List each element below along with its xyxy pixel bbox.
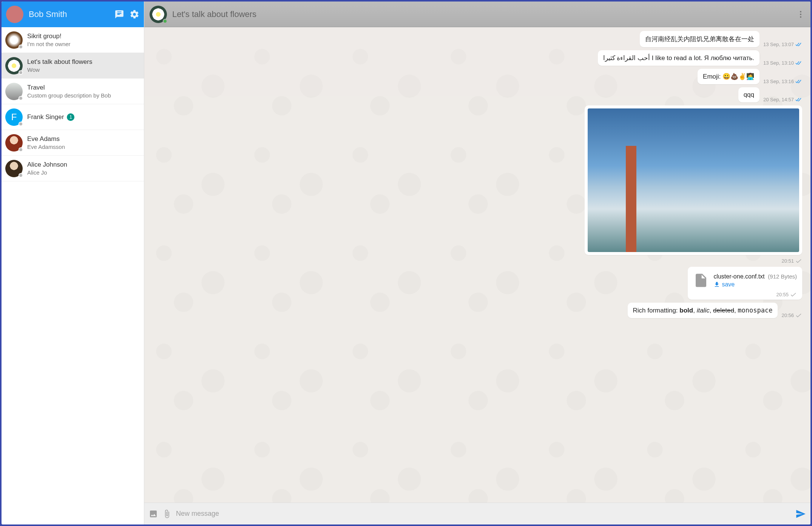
unread-badge: 1 — [67, 113, 74, 121]
message-bubble[interactable]: Emoji: 😀💩✌️👩‍💻 — [698, 69, 760, 84]
chat-item[interactable]: Eve AdamsEve Adamsson — [2, 130, 144, 156]
main-panel: Let's talk about flowers 自河南经乱关内阻饥兄弟离散各在… — [144, 2, 810, 524]
self-name[interactable]: Bob Smith — [29, 9, 109, 19]
message-photo[interactable] — [588, 108, 799, 252]
message-row: Rich formatting: bold, italic, deleted, … — [153, 303, 802, 318]
chat-item[interactable]: Sikrit group!I'm not the owner — [2, 27, 144, 53]
message-text: 自河南经乱关内阻饥兄弟离散各在一处 — [645, 36, 754, 43]
message-row: cluster-one.conf.txt (912 Bytes)save20:5… — [153, 267, 802, 300]
svg-point-2 — [800, 16, 801, 18]
message-time: 20:51 — [781, 258, 794, 264]
sidebar-header: Bob Smith — [2, 2, 144, 27]
chat-subtitle: Custom group description by Bob — [27, 92, 140, 99]
send-button[interactable] — [795, 509, 806, 519]
chat-item[interactable]: Let's talk about flowersWow — [2, 53, 144, 79]
self-avatar[interactable] — [6, 6, 23, 23]
message-bubble[interactable]: أحب القراءة كثيرا I like to read a lot. … — [598, 50, 760, 66]
read-receipt-icon — [795, 60, 802, 66]
chat-subtitle: I'm not the owner — [27, 41, 140, 47]
chat-avatar — [5, 57, 23, 74]
message-meta: 20:56 — [781, 313, 802, 318]
chat-title: Alice Johnson — [27, 161, 67, 169]
sidebar: Bob Smith Sikrit group!I'm not the owner… — [2, 2, 144, 524]
sent-receipt-icon — [790, 292, 797, 297]
file-icon — [693, 271, 709, 290]
more-menu-icon[interactable] — [796, 10, 805, 19]
message-meta: 13 Sep, 13:10 — [763, 60, 802, 66]
read-receipt-icon — [795, 79, 802, 84]
message-meta: 20:51 — [781, 258, 802, 264]
message-row: qqq20 Sep, 14:57 — [153, 87, 802, 102]
conversation-avatar[interactable] — [150, 6, 167, 23]
chat-subtitle: Eve Adamsson — [27, 144, 140, 150]
message-time: 20:55 — [776, 292, 789, 297]
message-time: 13 Sep, 13:10 — [763, 60, 794, 66]
message-row: أحب القراءة كثيرا I like to read a lot. … — [153, 50, 802, 66]
message-row: Emoji: 😀💩✌️👩‍💻13 Sep, 13:16 — [153, 69, 802, 84]
message-row: 自河南经乱关内阻饥兄弟离散各在一处13 Sep, 13:07 — [153, 31, 802, 47]
composer — [144, 503, 810, 524]
message-text: qqq — [744, 91, 754, 98]
message-meta: 13 Sep, 13:07 — [763, 42, 802, 47]
message-bubble[interactable]: qqq — [738, 87, 760, 102]
app-root: Bob Smith Sikrit group!I'm not the owner… — [2, 2, 810, 524]
chat-title: Frank Singer — [27, 113, 64, 121]
chat-item[interactable]: TravelCustom group description by Bob — [2, 79, 144, 104]
message-input[interactable] — [176, 510, 791, 518]
file-name: cluster-one.conf.txt — [713, 273, 764, 280]
message-list[interactable]: 自河南经乱关内阻饥兄弟离散各在一处13 Sep, 13:07أحب القراء… — [144, 27, 810, 503]
chat-title: Travel — [27, 84, 45, 91]
chat-title: Let's talk about flowers — [27, 58, 92, 66]
message-meta: 20:55 — [776, 292, 797, 297]
message-row — [153, 105, 802, 255]
message-meta: 13 Sep, 13:16 — [763, 79, 802, 84]
file-attach-icon[interactable] — [162, 509, 171, 518]
chat-avatar — [5, 83, 23, 100]
chat-avatar: F — [5, 108, 23, 126]
chat-subtitle: Wow — [27, 67, 140, 73]
read-receipt-icon — [795, 42, 802, 47]
read-receipt-icon — [795, 97, 802, 102]
chat-item[interactable]: Alice JohnsonAlice Jo — [2, 156, 144, 181]
settings-icon[interactable] — [130, 9, 139, 19]
svg-point-1 — [800, 14, 801, 15]
message-bubble[interactable]: 自河南经乱关内阻饥兄弟离散各在一处 — [640, 31, 760, 47]
chat-item[interactable]: FFrank Singer1 — [2, 104, 144, 130]
message-time: 13 Sep, 13:16 — [763, 79, 794, 84]
download-icon — [713, 281, 720, 288]
message-bubble[interactable]: Rich formatting: bold, italic, deleted, … — [628, 303, 778, 318]
message-time: 13 Sep, 13:07 — [763, 42, 794, 47]
file-message[interactable]: cluster-one.conf.txt (912 Bytes)save20:5… — [688, 267, 802, 300]
message-row: 20:51 — [153, 258, 802, 264]
message-text: Rich formatting: bold, italic, deleted, … — [633, 307, 773, 314]
message-time: 20 Sep, 14:57 — [763, 97, 794, 102]
chat-avatar — [5, 134, 23, 152]
chat-avatar — [5, 31, 23, 49]
sent-receipt-icon — [795, 313, 802, 318]
svg-point-0 — [800, 11, 801, 12]
file-save-link[interactable]: save — [713, 281, 797, 288]
sent-receipt-icon — [795, 258, 802, 264]
chat-title: Sikrit group! — [27, 32, 62, 40]
message-text: Emoji: 😀💩✌️👩‍💻 — [703, 73, 754, 80]
conversation-title[interactable]: Let's talk about flowers — [172, 9, 796, 19]
chat-list: Sikrit group!I'm not the ownerLet's talk… — [2, 27, 144, 524]
chat-subtitle: Alice Jo — [27, 169, 140, 176]
chat-avatar — [5, 160, 23, 177]
new-chat-icon[interactable] — [114, 9, 124, 19]
file-size: (912 Bytes) — [768, 273, 797, 280]
conversation-header: Let's talk about flowers — [144, 2, 810, 27]
message-meta: 20 Sep, 14:57 — [763, 97, 802, 102]
message-time: 20:56 — [781, 313, 794, 318]
chat-title: Eve Adams — [27, 135, 60, 143]
image-attach-icon[interactable] — [149, 509, 158, 518]
image-message[interactable] — [585, 105, 802, 255]
message-text: أحب القراءة كثيرا I like to read a lot. … — [603, 54, 755, 62]
